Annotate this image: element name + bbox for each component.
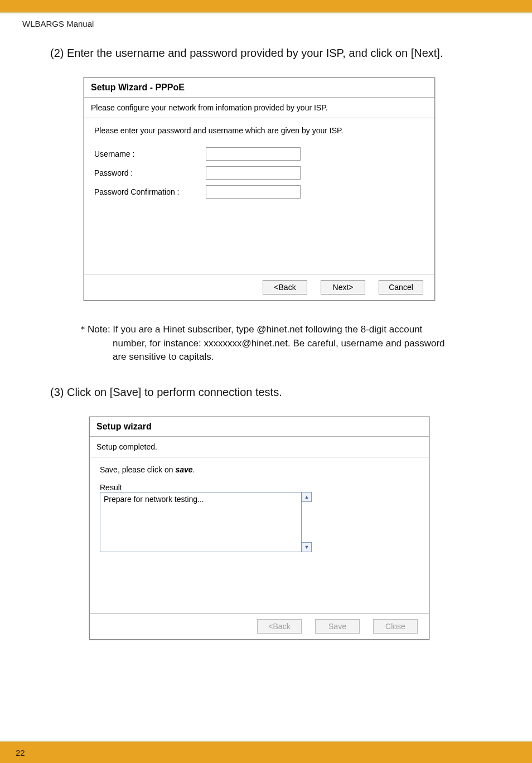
chevron-down-icon: ▼ <box>304 544 309 550</box>
scroll-up-button[interactable]: ▲ <box>302 492 312 502</box>
manual-title: WLBARGS Manual <box>0 13 532 28</box>
pppoe-wizard-subtitle: Please configure your network from infom… <box>84 98 434 118</box>
scroll-down-button[interactable]: ▼ <box>302 542 312 552</box>
note-line2: number, for instance: xxxxxxxx@hinet.net… <box>78 337 510 351</box>
chevron-up-icon: ▲ <box>304 494 309 500</box>
save-instruction: Save, please click on save. <box>100 465 419 474</box>
pppoe-wizard-title: Setup Wizard - PPPoE <box>84 78 434 97</box>
back-button[interactable]: <Back <box>263 280 307 294</box>
page-footer: 22 <box>0 741 532 763</box>
step3-heading: (3) Click on [Save] to perform connectio… <box>50 384 510 400</box>
close-button-disabled: Close <box>373 619 418 634</box>
note-line1: If you are a Hinet subscriber, type @hin… <box>113 324 422 335</box>
password-input[interactable] <box>206 166 301 180</box>
save-word: save <box>175 465 192 474</box>
top-orange-bar <box>0 0 532 13</box>
password-confirm-input[interactable] <box>206 185 301 199</box>
setup-wizard-box: Setup wizard Setup completed. Save, plea… <box>89 417 429 640</box>
password-label: Password : <box>94 168 206 177</box>
pppoe-body-intro: Please enter your password and username … <box>94 126 424 135</box>
result-textarea[interactable]: Prepare for network testing... <box>100 492 302 552</box>
pppoe-wizard-box: Setup Wizard - PPPoE Please configure yo… <box>84 78 435 301</box>
save-button-disabled: Save <box>315 619 360 634</box>
username-label: Username : <box>94 149 206 158</box>
hinet-note: ＊Note: If you are a Hinet subscriber, ty… <box>78 323 510 364</box>
setup-wizard-title: Setup wizard <box>90 417 429 436</box>
step2-heading: (2) Enter the username and password prov… <box>50 45 510 61</box>
setup-wizard-subtitle: Setup completed. <box>90 437 429 457</box>
result-label: Result <box>100 483 419 492</box>
back-button-disabled: <Back <box>257 619 302 634</box>
page-number: 22 <box>16 748 25 757</box>
cancel-button[interactable]: Cancel <box>379 280 423 294</box>
note-prefix: ＊Note: <box>78 324 113 335</box>
note-line3: are sensitive to capitals. <box>78 350 510 364</box>
main-content: (2) Enter the username and password prov… <box>0 45 532 640</box>
username-input[interactable] <box>206 147 301 161</box>
next-button[interactable]: Next> <box>321 280 365 294</box>
password-confirm-label: Password Confirmation : <box>94 187 206 196</box>
